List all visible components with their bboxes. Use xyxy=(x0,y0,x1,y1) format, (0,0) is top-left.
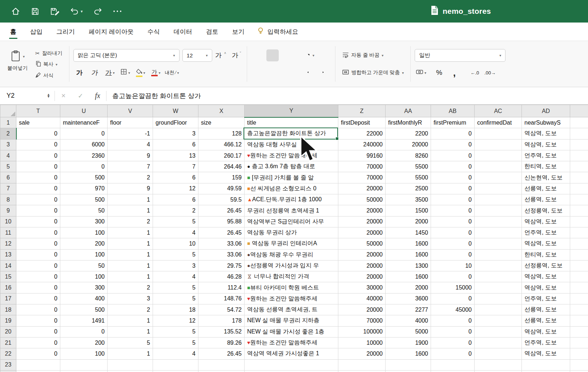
underline-chevron[interactable]: ▾ xyxy=(113,71,115,75)
cell-V15[interactable]: 1 xyxy=(108,271,153,282)
cell-W23[interactable] xyxy=(153,359,198,370)
cell-AA6[interactable]: 5500 xyxy=(386,172,431,183)
cell-T5[interactable]: 0 xyxy=(16,161,60,172)
cell-Y5[interactable]: ● 층고 3.6m 7층 탑층 대로 xyxy=(245,161,338,172)
cell-AD13[interactable]: 한티역, 도보 xyxy=(522,249,570,260)
align-right-button[interactable] xyxy=(282,67,294,79)
row-header-12[interactable]: 12 xyxy=(0,238,16,249)
cell-AA8[interactable]: 3500 xyxy=(386,194,431,205)
cell-X19[interactable]: 178 xyxy=(198,315,245,326)
cell-AB12[interactable]: 0 xyxy=(431,238,475,249)
cell-Y11[interactable]: 역삼동 무권리 상가 xyxy=(245,227,338,238)
cell-Z12[interactable]: 50000 xyxy=(338,238,386,249)
borders-chevron[interactable]: ▾ xyxy=(128,71,130,75)
tab-페이지 레이아웃[interactable]: 페이지 레이아웃 xyxy=(89,23,134,41)
cell-AB7[interactable]: 0 xyxy=(431,183,475,194)
cell-U11[interactable]: 100 xyxy=(60,227,108,238)
cell-AC5[interactable] xyxy=(475,161,522,172)
cell-AB13[interactable]: 0 xyxy=(431,249,475,260)
cell-AD18[interactable]: 선릉역, 도보 xyxy=(522,304,570,315)
tab-삽입[interactable]: 삽입 xyxy=(30,23,43,41)
italic-button[interactable]: 가 xyxy=(89,67,101,79)
cell-AA24[interactable] xyxy=(386,370,431,372)
cell-Y10[interactable]: 역삼역부근 S급인테리어 사무 xyxy=(245,216,338,227)
cell-X20[interactable]: 135.52 xyxy=(198,326,245,337)
font-name-select[interactable]: 맑은 고딕 (본문) ▾ xyxy=(73,49,180,62)
cell-AC2[interactable] xyxy=(475,128,522,139)
insert-function-button[interactable]: fx xyxy=(89,92,106,100)
cell-Y24[interactable] xyxy=(245,370,338,372)
cell-AA13[interactable]: 1600 xyxy=(386,249,431,260)
cell-AD11[interactable]: 언주역, 도보 xyxy=(522,227,570,238)
cell-AB16[interactable]: 15000 xyxy=(431,282,475,293)
cell-U12[interactable]: 200 xyxy=(60,238,108,249)
cell-Y8[interactable]: ▲ACE.단독.무권리 1층 1000 xyxy=(245,194,338,205)
cell-U1[interactable]: maintenanceF xyxy=(60,117,108,128)
shrink-font-button[interactable]: 가ˇ xyxy=(230,49,243,61)
cell-AA15[interactable]: 1600 xyxy=(386,271,431,282)
cell-stub-15[interactable] xyxy=(570,271,588,282)
cell-T19[interactable]: 0 xyxy=(16,315,60,326)
cell-stub-5[interactable] xyxy=(570,161,588,172)
cell-X16[interactable]: 112.4 xyxy=(198,282,245,293)
column-header-AD[interactable]: AD xyxy=(522,105,570,117)
cell-stub-19[interactable] xyxy=(570,315,588,326)
cell-Y4[interactable]: ♥원하는 조건만 말씀해주세 xyxy=(245,150,338,161)
cell-AB2[interactable]: 0 xyxy=(431,128,475,139)
cell-X7[interactable]: 49.59 xyxy=(198,183,245,194)
fill-color-chevron[interactable]: ▾ xyxy=(144,71,145,75)
cell-AA11[interactable]: 1450 xyxy=(386,227,431,238)
cell-V8[interactable]: 1 xyxy=(108,194,153,205)
cell-AB6[interactable]: 0 xyxy=(431,172,475,183)
cell-W9[interactable]: 2 xyxy=(153,205,198,216)
cell-AB23[interactable] xyxy=(431,359,475,370)
cell-Y6[interactable]: ■ [무권리] 가치를 볼 줄 알 xyxy=(245,172,338,183)
row-header-15[interactable]: 15 xyxy=(0,271,16,282)
cell-Y18[interactable]: 역삼동 선릉역 초역세권, 트 xyxy=(245,304,338,315)
comma-style-button[interactable]: , xyxy=(448,67,460,79)
cell-V1[interactable]: floor xyxy=(108,117,153,128)
align-bottom-button[interactable] xyxy=(282,49,294,61)
cell-AA9[interactable]: 1500 xyxy=(386,205,431,216)
cell-AC20[interactable] xyxy=(475,326,522,337)
column-header-X[interactable]: X xyxy=(198,105,245,117)
cell-AC14[interactable] xyxy=(475,260,522,271)
cell-Z16[interactable]: 30000 xyxy=(338,282,386,293)
cell-Z5[interactable]: 70000 xyxy=(338,161,386,172)
column-header-AA[interactable]: AA xyxy=(386,105,431,117)
cell-Y12[interactable]: ■ 역삼동 무권리 인테리어A xyxy=(245,238,338,249)
column-header-stub[interactable] xyxy=(570,105,588,117)
cell-AC7[interactable] xyxy=(475,183,522,194)
cell-AD2[interactable]: 역삼역, 도보 xyxy=(522,128,570,139)
cell-AC16[interactable] xyxy=(475,282,522,293)
cell-T13[interactable]: 0 xyxy=(16,249,60,260)
row-header-4[interactable]: 4 xyxy=(0,150,16,161)
cell-U14[interactable]: 50 xyxy=(60,260,108,271)
number-format-select[interactable]: 일반 ▾ xyxy=(415,49,506,62)
row-header-5[interactable]: 5 xyxy=(0,161,16,172)
cell-Z8[interactable]: 50000 xyxy=(338,194,386,205)
cell-Y16[interactable]: ■뷰티 아카데미 학원 베스트 xyxy=(245,282,338,293)
cell-T6[interactable]: 0 xyxy=(16,172,60,183)
cell-W3[interactable]: 6 xyxy=(153,139,198,150)
cell-AA1[interactable]: firstMonthlyR xyxy=(386,117,431,128)
cell-AD7[interactable]: 선릉역, 도보 xyxy=(522,183,570,194)
cell-Z1[interactable]: firstDeposit xyxy=(338,117,386,128)
cell-X24[interactable] xyxy=(198,370,245,372)
wrap-text-chevron[interactable]: ▾ xyxy=(382,53,383,57)
cell-W19[interactable]: 12 xyxy=(153,315,198,326)
cell-Z11[interactable]: 20000 xyxy=(338,227,386,238)
cell-stub-10[interactable] xyxy=(570,216,588,227)
increase-indent-button[interactable] xyxy=(319,67,331,79)
cell-AC17[interactable] xyxy=(475,293,522,304)
cell-Z18[interactable]: 20000 xyxy=(338,304,386,315)
row-header-8[interactable]: 8 xyxy=(0,194,16,205)
confirm-entry-button[interactable]: ✓ xyxy=(72,92,89,100)
cell-AD10[interactable]: 역삼역, 도보 xyxy=(522,216,570,227)
font-color-button[interactable]: 가 ▾ xyxy=(150,67,162,79)
tab-홈[interactable]: 홈 xyxy=(10,23,16,41)
undo-icon[interactable]: ▾ xyxy=(70,7,83,16)
cell-V21[interactable]: 5 xyxy=(108,337,153,348)
cell-AA14[interactable]: 1300 xyxy=(386,260,431,271)
row-header-9[interactable]: 9 xyxy=(0,205,16,216)
